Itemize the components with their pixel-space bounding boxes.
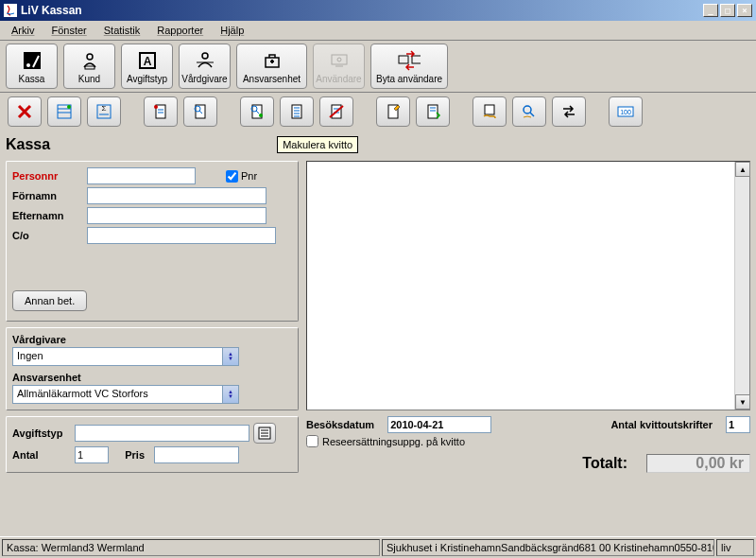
dropdown-arrows-icon: ▲▼ (222, 385, 239, 404)
co-input[interactable] (87, 227, 276, 244)
kassa-icon (21, 49, 43, 72)
toolbar-vardgivare[interactable]: Vårdgivare (179, 44, 231, 89)
reseers-label: Reseersättningsuppg. på kvitto (322, 436, 465, 447)
icon-btn-11[interactable] (472, 96, 507, 127)
icon-btn-10[interactable] (416, 96, 450, 127)
main-toolbar: Kassa Kund A Avgiftstyp Vårdgivare Ansva… (0, 41, 756, 93)
personnr-input[interactable] (87, 167, 196, 184)
icon-btn-12[interactable] (512, 96, 546, 127)
icon-btn-14[interactable]: 100 (609, 96, 643, 127)
swap-icon (560, 103, 577, 120)
efternamn-label: Efternamn (12, 210, 83, 221)
icon-btn-9[interactable] (376, 96, 410, 127)
menu-hjalp[interactable]: Hjälp (213, 23, 251, 38)
avgiftstyp-label: Avgiftstyp (12, 427, 71, 439)
antal-kvitto-label: Antal kvittoutskrifter (610, 419, 713, 430)
svg-rect-48 (485, 105, 494, 114)
ansvarsenhet-dropdown[interactable]: Allmänläkarmott VC Storfors ▲▼ (12, 385, 239, 404)
svg-point-7 (202, 53, 208, 59)
vardgivare-value: Ingen (12, 347, 222, 366)
svg-line-50 (530, 113, 534, 116)
ansvarsenhet-value: Allmänläkarmott VC Storfors (12, 385, 222, 404)
close-button[interactable]: × (737, 4, 752, 17)
svg-text:A: A (143, 55, 151, 68)
toolbar-anvandare[interactable]: Användare (313, 44, 365, 89)
icon-btn-2[interactable] (47, 96, 81, 127)
icon-btn-3[interactable]: Σ (87, 96, 121, 127)
menu-arkiv[interactable]: Arkiv (4, 23, 42, 38)
dropdown-arrows-icon: ▲▼ (222, 347, 239, 366)
svg-point-25 (154, 105, 158, 109)
fornamn-input[interactable] (87, 187, 266, 204)
java-icon (4, 4, 17, 17)
anvandare-icon (328, 49, 351, 72)
annan-bet-button[interactable]: Annan bet. (12, 290, 87, 311)
personnr-label: Personnr (12, 170, 83, 182)
status-bar: Kassa: Wermland3 Wermland Sjukhuset i Kr… (0, 536, 756, 558)
antal-kvitto-input[interactable] (726, 416, 750, 433)
pnr-checkbox[interactable] (226, 170, 238, 183)
pris-input[interactable] (154, 446, 239, 463)
byta-icon (398, 49, 421, 72)
toolbar-vardgivare-label: Vårdgivare (181, 74, 227, 84)
doc-strike-icon (328, 103, 345, 120)
scroll-down-icon[interactable]: ▼ (735, 394, 750, 410)
avgiftstyp-icon: A (136, 49, 159, 72)
vardgivare-label: Vårdgivare (12, 334, 292, 345)
window-title: LiV Kassan (21, 4, 82, 17)
pris-label: Pris (112, 449, 150, 461)
vertical-scrollbar[interactable]: ▲ ▼ (734, 162, 749, 410)
scroll-up-icon[interactable]: ▲ (735, 162, 750, 177)
svg-rect-45 (428, 105, 438, 118)
title-bar: LiV Kassan _ □ × (0, 0, 756, 21)
list-small-icon (258, 427, 271, 440)
besoksdatum-input[interactable] (387, 416, 491, 433)
reseers-checkbox[interactable] (306, 435, 318, 447)
status-mid: Sjukhuset i KristinehamnSandbäcksgränd68… (382, 539, 714, 556)
avgiftstyp-input[interactable] (75, 425, 249, 442)
icon-btn-5[interactable] (183, 96, 217, 127)
section-title: Kassa (6, 136, 50, 153)
svg-point-20 (67, 105, 71, 109)
minimize-button[interactable]: _ (703, 4, 718, 17)
icon-btn-6[interactable] (240, 96, 274, 127)
svg-rect-1 (24, 52, 41, 69)
doc-search-icon (192, 103, 209, 120)
menu-fonster[interactable]: Fönster (43, 23, 94, 38)
icon-btn-8[interactable] (319, 96, 353, 127)
fornamn-label: Förnamn (12, 190, 83, 201)
svg-point-3 (87, 54, 93, 60)
toolbar-kassa[interactable]: Kassa (6, 44, 58, 89)
menu-statistik[interactable]: Statistik (96, 23, 148, 38)
svg-text:100: 100 (620, 109, 631, 115)
besoksdatum-label: Besöksdatum (306, 419, 374, 430)
icon-btn-7[interactable] (280, 96, 314, 127)
toolbar-byta-label: Byta användare (376, 74, 442, 84)
status-left: Kassa: Wermland3 Wermland (2, 539, 380, 556)
svg-point-49 (524, 106, 531, 113)
icon-btn-1[interactable] (8, 96, 42, 127)
avgiftstyp-lookup-button[interactable] (253, 423, 276, 444)
toolbar-ansvarsenhet-label: Ansvarsenhet (243, 74, 301, 84)
vardgivare-panel: Vårdgivare Ingen ▲▼ Ansvarsenhet Allmänl… (6, 327, 299, 410)
doc-search-icon-2 (249, 103, 266, 120)
efternamn-input[interactable] (87, 207, 266, 224)
toolbar-avgiftstyp[interactable]: A Avgiftstyp (121, 44, 173, 89)
menu-rapporter[interactable]: Rapporter (149, 23, 211, 38)
vardgivare-dropdown[interactable]: Ingen ▲▼ (12, 347, 239, 366)
svg-rect-4 (85, 66, 94, 69)
maximize-button[interactable]: □ (720, 4, 735, 17)
antal-input[interactable] (75, 446, 109, 463)
totalt-value: 0,00 kr (646, 454, 750, 473)
doc-icon-1 (152, 103, 169, 120)
doc-arrow-icon (424, 103, 441, 120)
svg-point-2 (26, 63, 30, 67)
icon-btn-4[interactable] (144, 96, 178, 127)
toolbar-kund[interactable]: Kund (63, 44, 115, 89)
toolbar-byta[interactable]: Byta användare (370, 44, 448, 89)
icon-btn-13[interactable] (552, 96, 586, 127)
menu-bar: Arkiv Fönster Statistik Rapporter Hjälp (0, 21, 756, 41)
result-list[interactable]: ▲ ▼ (306, 161, 750, 410)
toolbar-ansvarsenhet[interactable]: Ansvarsenhet (236, 44, 307, 89)
svg-point-13 (337, 58, 341, 61)
